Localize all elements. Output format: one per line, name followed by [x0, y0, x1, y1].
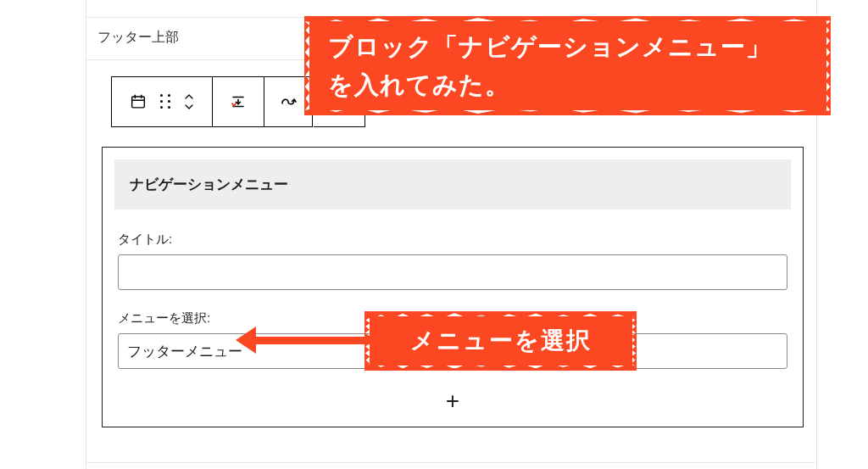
field-title: タイトル:	[114, 232, 791, 290]
layout-divider	[86, 462, 816, 463]
move-up-icon[interactable]	[183, 93, 195, 101]
title-label: タイトル:	[118, 232, 787, 248]
menu-select-value: フッターメニュー	[127, 342, 242, 361]
title-input[interactable]	[118, 254, 787, 290]
page-root: フッター上部	[0, 0, 868, 469]
layout-border	[86, 0, 86, 469]
drag-handle-icon[interactable]	[159, 93, 171, 110]
block-mover[interactable]	[183, 92, 195, 111]
toolbar-move-to-area[interactable]	[213, 77, 264, 126]
block-toolbar	[111, 76, 313, 127]
move-down-icon[interactable]	[183, 103, 195, 110]
annotation-top: ブロック「ナビゲーションメニュー」 を入れてみた。	[309, 21, 826, 110]
svg-rect-0	[132, 97, 145, 108]
widget-header: ナビゲーションメニュー	[114, 159, 791, 209]
annotation-top-line2: を入れてみた。	[328, 66, 808, 104]
plus-icon: +	[446, 388, 459, 415]
annotation-mid-text: メニューを選択	[410, 325, 592, 357]
annotation-mid: メニューを選択	[370, 316, 632, 366]
annotation-arrow	[253, 337, 371, 344]
annotation-top-line1: ブロック「ナビゲーションメニュー」	[328, 28, 808, 66]
toolbar-group-main	[112, 77, 213, 126]
move-to-widget-area-icon	[228, 92, 248, 112]
add-block-button[interactable]: +	[102, 375, 804, 427]
legacy-widget-icon[interactable]	[129, 92, 147, 111]
options-icon	[278, 92, 298, 112]
widget-area-title: フッター上部	[97, 29, 179, 47]
